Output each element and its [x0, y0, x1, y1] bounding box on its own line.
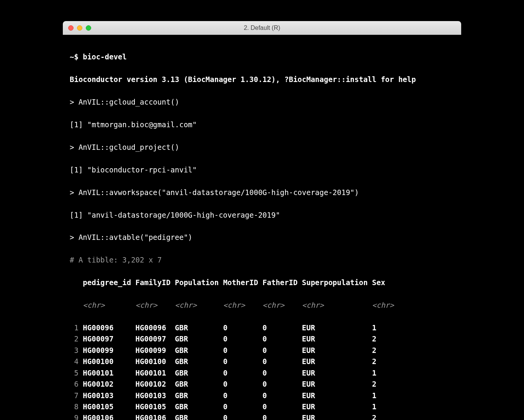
- cell-father-id: 0: [262, 412, 302, 420]
- cell-population: GBR: [175, 379, 223, 390]
- cell-population: GBR: [175, 356, 223, 367]
- table-row: 5 HG00101 HG00101GBR00EUR1: [70, 368, 454, 379]
- table-row: 4 HG00100 HG00100GBR00EUR2: [70, 356, 454, 367]
- cell-superpopulation: EUR: [302, 322, 372, 333]
- minimize-icon[interactable]: [77, 25, 82, 31]
- cell-mother-id: 0: [223, 345, 262, 356]
- table-row: 6 HG00102 HG00102GBR00EUR2: [70, 379, 454, 390]
- cell-population: GBR: [175, 412, 223, 420]
- cell-father-id: 0: [262, 368, 302, 379]
- cell-pedigree-id: HG00105: [83, 401, 131, 412]
- cell-pedigree-id: HG00096: [83, 322, 131, 333]
- cell-sex: 2: [372, 379, 376, 390]
- cell-father-id: 0: [262, 322, 302, 333]
- r-output: [1] "mtmorgan.bioc@gmail.com": [70, 119, 454, 130]
- col-type: <chr>: [83, 300, 131, 311]
- row-num: 5: [70, 368, 79, 379]
- col-header: FatherID: [262, 277, 302, 288]
- cell-sex: 1: [372, 390, 376, 401]
- terminal-window: 2. Default (R) ~$ bioc-devel Bioconducto…: [63, 21, 461, 420]
- cell-pedigree-id: HG00100: [83, 356, 131, 367]
- cell-sex: 1: [372, 368, 376, 379]
- col-type: <chr>: [223, 300, 262, 311]
- r-command: AnVIL::avworkspace("anvil-datastorage/10…: [79, 188, 359, 197]
- table-row: 9 HG00106 HG00106GBR00EUR2: [70, 412, 454, 420]
- cell-mother-id: 0: [223, 390, 262, 401]
- r-command: AnVIL::gcloud_account(): [79, 98, 179, 106]
- col-header: pedigree_id: [83, 277, 131, 288]
- col-type: <chr>: [262, 300, 302, 311]
- tibble-summary: # A tibble: 3,202 x 7: [70, 254, 454, 266]
- cell-mother-id: 0: [223, 379, 262, 390]
- cell-family-id: HG00106: [136, 412, 175, 420]
- banner-line: Bioconductor version 3.13 (BiocManager 1…: [70, 74, 454, 85]
- cell-population: GBR: [175, 390, 223, 401]
- r-output: [1] "anvil-datastorage/1000G-high-covera…: [70, 210, 454, 221]
- cell-family-id: HG00097: [136, 333, 175, 345]
- shell-command: bioc-devel: [83, 52, 126, 61]
- cell-sex: 2: [372, 345, 376, 356]
- col-type: <chr>: [175, 300, 223, 311]
- cell-mother-id: 0: [223, 401, 262, 412]
- r-line: > AnVIL::avworkspace("anvil-datastorage/…: [70, 187, 454, 198]
- col-header: Sex: [372, 277, 385, 288]
- window-titlebar[interactable]: 2. Default (R): [63, 21, 461, 35]
- cell-population: GBR: [175, 401, 223, 412]
- cell-pedigree-id: HG00102: [83, 379, 131, 390]
- r-output: [1] "bioconductor-rpci-anvil": [70, 164, 454, 176]
- row-num: 1: [70, 322, 79, 333]
- cell-population: GBR: [175, 322, 223, 333]
- cell-mother-id: 0: [223, 333, 262, 345]
- cell-sex: 2: [372, 333, 376, 345]
- cell-population: GBR: [175, 345, 223, 356]
- r-command: AnVIL::gcloud_project(): [79, 143, 179, 151]
- tibble-types: <chr> <chr><chr><chr><chr><chr><chr>: [70, 300, 454, 311]
- r-command: AnVIL::avtable("pedigree"): [79, 233, 192, 241]
- col-type: <chr>: [136, 300, 175, 311]
- cell-population: GBR: [175, 333, 223, 345]
- col-header: MotherID: [223, 277, 262, 288]
- table-row: 3 HG00099 HG00099GBR00EUR2: [70, 345, 454, 356]
- cell-pedigree-id: HG00101: [83, 368, 131, 379]
- table-row: 2 HG00097 HG00097GBR00EUR2: [70, 333, 454, 345]
- cell-father-id: 0: [262, 379, 302, 390]
- terminal-body[interactable]: ~$ bioc-devel Bioconductor version 3.13 …: [63, 35, 461, 420]
- cell-father-id: 0: [262, 356, 302, 367]
- r-prompt: >: [70, 98, 79, 106]
- shell-prompt: ~$: [70, 52, 83, 61]
- row-num: 6: [70, 379, 79, 390]
- r-prompt: >: [70, 143, 79, 151]
- row-num: 4: [70, 356, 79, 367]
- cell-superpopulation: EUR: [302, 390, 372, 401]
- col-header: Superpopulation: [302, 277, 372, 288]
- cell-mother-id: 0: [223, 356, 262, 367]
- r-line: > AnVIL::gcloud_project(): [70, 142, 454, 153]
- cell-father-id: 0: [262, 333, 302, 345]
- cell-superpopulation: EUR: [302, 356, 372, 367]
- cell-pedigree-id: HG00099: [83, 345, 131, 356]
- row-num: 9: [70, 412, 79, 420]
- cell-father-id: 0: [262, 345, 302, 356]
- col-header: FamilyID: [136, 277, 175, 288]
- col-type: <chr>: [372, 300, 394, 311]
- cell-mother-id: 0: [223, 322, 262, 333]
- r-prompt: >: [70, 233, 79, 241]
- cell-family-id: HG00096: [136, 322, 175, 333]
- cell-sex: 2: [372, 412, 376, 420]
- window-title: 2. Default (R): [63, 25, 461, 31]
- cell-superpopulation: EUR: [302, 379, 372, 390]
- cell-family-id: HG00105: [136, 401, 175, 412]
- shell-line: ~$ bioc-devel: [70, 51, 454, 62]
- r-line: > AnVIL::avtable("pedigree"): [70, 232, 454, 243]
- col-header: Population: [175, 277, 223, 288]
- row-num: 7: [70, 390, 79, 401]
- cell-sex: 1: [372, 401, 376, 412]
- cell-family-id: HG00103: [136, 390, 175, 401]
- cell-family-id: HG00102: [136, 379, 175, 390]
- cell-family-id: HG00099: [136, 345, 175, 356]
- row-num: 8: [70, 401, 79, 412]
- zoom-icon[interactable]: [86, 25, 91, 31]
- cell-superpopulation: EUR: [302, 345, 372, 356]
- close-icon[interactable]: [68, 25, 74, 31]
- cell-family-id: HG00100: [136, 356, 175, 367]
